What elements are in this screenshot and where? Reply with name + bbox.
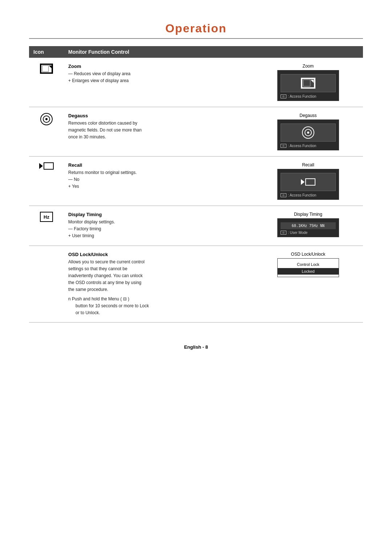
degauss-desc: Removes color distortion caused by magne… [68, 120, 249, 141]
svg-rect-4 [303, 80, 310, 86]
degauss-preview-icon-area [281, 123, 336, 142]
page-title: Operation [29, 22, 363, 35]
osd-lock-desc-line5: the same procedure. [68, 286, 249, 293]
recall-desc-line2: — No [68, 176, 249, 183]
zoom-preview-box: ⊟ : Access Function [277, 70, 339, 101]
recall-access-label: : Access Function [288, 193, 316, 197]
osd-lock-instruction3: or to Unlock. [68, 309, 249, 316]
degauss-preview-inner [305, 129, 312, 136]
svg-marker-2 [49, 66, 52, 69]
timing-desc: Monitor display settings. — Factory timi… [68, 219, 249, 240]
recall-play-arrow [39, 163, 43, 169]
recall-preview-label: Recall [258, 162, 359, 167]
recall-preview-icon [301, 178, 315, 186]
degauss-inner-ring [43, 116, 50, 123]
osd-lock-desc-line1: Allows you to secure the current control [68, 259, 249, 266]
timing-preview-label: Display Timing [258, 212, 359, 217]
zoom-desc-line2: + Enlarges view of display area [68, 77, 249, 84]
timing-desc-line1: Monitor display settings. [68, 219, 249, 226]
degauss-preview-icon [302, 126, 314, 139]
timing-desc-line3: + User timing [68, 232, 249, 239]
timing-preview-box: 60.1KHz 75Hz NN ⊟ : User Mode [277, 218, 339, 237]
recall-icon [39, 162, 54, 170]
zoom-preview-cell: Zoom ⊟ [253, 58, 363, 107]
zoom-preview-icon-area [281, 74, 336, 92]
recall-preview-footer: ⊟ : Access Function [281, 193, 336, 197]
osd-lock-instruction: n Push and hold the Menu ( ⊟ ) [68, 296, 249, 303]
hz-icon: Hz [40, 212, 53, 222]
degauss-center-dot [45, 118, 48, 120]
table-row-zoom: Zoom — Reduces view of display area + En… [29, 58, 363, 107]
zoom-title: Zoom [68, 64, 249, 69]
osd-lock-description-cell: OSD Lock/Unlock Allows you to secure the… [64, 246, 253, 323]
page-container: Operation Icon Monitor Function Control [0, 0, 392, 379]
page-footer: English - 8 [29, 344, 363, 350]
timing-icon-cell: Hz [29, 206, 64, 246]
zoom-svg [41, 64, 52, 73]
recall-desc-line1: Returns monitor to original settings. [68, 169, 249, 176]
zoom-description-cell: Zoom — Reduces view of display area + En… [64, 58, 253, 107]
menu-icon-recall: ⊟ [281, 193, 286, 197]
timing-title: Display Timing [68, 212, 249, 217]
osd-lock-preview-cell: OSD Lock/Unlock Control Lock Locked [253, 246, 363, 323]
timing-preview-footer: ⊟ : User Mode [281, 230, 336, 235]
table-header-row: Icon Monitor Function Control [29, 46, 363, 58]
osd-locked-bar: Locked [278, 268, 339, 275]
recall-title: Recall [68, 162, 249, 168]
table-row-osd-lock: OSD Lock/Unlock Allows you to secure the… [29, 246, 363, 323]
degauss-icon-cell [29, 107, 64, 157]
osd-lock-desc-line3: inadvertently changed. You can unlock [68, 272, 249, 279]
degauss-description-cell: Degauss Removes color distortion caused … [64, 107, 253, 157]
recall-description-cell: Recall Returns monitor to original setti… [64, 157, 253, 206]
svg-marker-5 [311, 80, 314, 83]
svg-marker-7 [301, 179, 305, 185]
recall-preview-cell: Recall ⊟ : Access Func [253, 157, 363, 206]
degauss-preview-label: Degauss [258, 113, 359, 118]
header-icon-col: Icon [29, 46, 64, 58]
zoom-access-label: : Access Function [288, 94, 316, 98]
svg-rect-1 [42, 66, 49, 72]
zoom-icon-cell [29, 58, 64, 107]
degauss-title: Degauss [68, 113, 249, 118]
osd-lock-preview-box: Control Lock Locked [277, 258, 339, 277]
zoom-preview-label: Zoom [258, 64, 359, 69]
recall-monitor-box [44, 162, 54, 170]
recall-preview-box: ⊟ : Access Function [277, 169, 339, 200]
table-row-display-timing: Hz Display Timing Monitor display settin… [29, 206, 363, 246]
degauss-preview-box: ⊟ : Access Function [277, 119, 339, 150]
osd-lock-desc: Allows you to secure the current control… [68, 259, 249, 317]
zoom-preview-icon [301, 78, 315, 89]
osd-lock-title: OSD Lock/Unlock [68, 252, 249, 257]
recall-desc: Returns monitor to original settings. — … [68, 169, 249, 190]
timing-description-cell: Display Timing Monitor display settings.… [64, 206, 253, 246]
recall-desc-line3: + Yes [68, 183, 249, 190]
recall-icon-cell [29, 157, 64, 206]
osd-control-lock-label: Control Lock [278, 261, 339, 268]
main-table: Icon Monitor Function Control [29, 46, 363, 323]
timing-desc-line2: — Factory timing [68, 226, 249, 232]
zoom-preview-footer: ⊟ : Access Function [281, 94, 336, 98]
osd-lock-desc-line2: settings so that they cannot be [68, 266, 249, 272]
degauss-desc-line2: magnetic fields. Do not use more than [68, 127, 249, 134]
degauss-preview-footer: ⊟ : Access Function [281, 143, 336, 148]
table-row-recall: Recall Returns monitor to original setti… [29, 157, 363, 206]
timing-data-row: 60.1KHz 75Hz NN [281, 222, 336, 229]
degauss-desc-line3: once in 30 minutes. [68, 134, 249, 141]
zoom-desc: — Reduces view of display area + Enlarge… [68, 70, 249, 84]
degauss-access-label: : Access Function [288, 144, 316, 148]
degauss-preview-cell: Degauss ⊟ : Access Function [253, 107, 363, 157]
timing-preview-cell: Display Timing 60.1KHz 75Hz NN ⊟ : User … [253, 206, 363, 246]
degauss-icon [40, 113, 53, 125]
degauss-desc-line1: Removes color distortion caused by [68, 120, 249, 127]
timing-mode-label: : User Mode [288, 231, 307, 235]
header-function-col: Monitor Function Control [64, 46, 363, 58]
osd-lock-preview-label: OSD Lock/Unlock [258, 252, 359, 257]
zoom-desc-line1: — Reduces view of display area [68, 70, 249, 77]
menu-icon-degauss: ⊟ [281, 144, 286, 148]
osd-lock-icon-cell [29, 246, 64, 323]
menu-icon-timing: ⊟ [281, 231, 286, 235]
recall-preview-icon-area [281, 173, 336, 191]
svg-marker-6 [39, 163, 43, 169]
degauss-preview-center [307, 131, 309, 134]
osd-lock-instruction2: button for 10 seconds or more to Lock [68, 303, 249, 309]
